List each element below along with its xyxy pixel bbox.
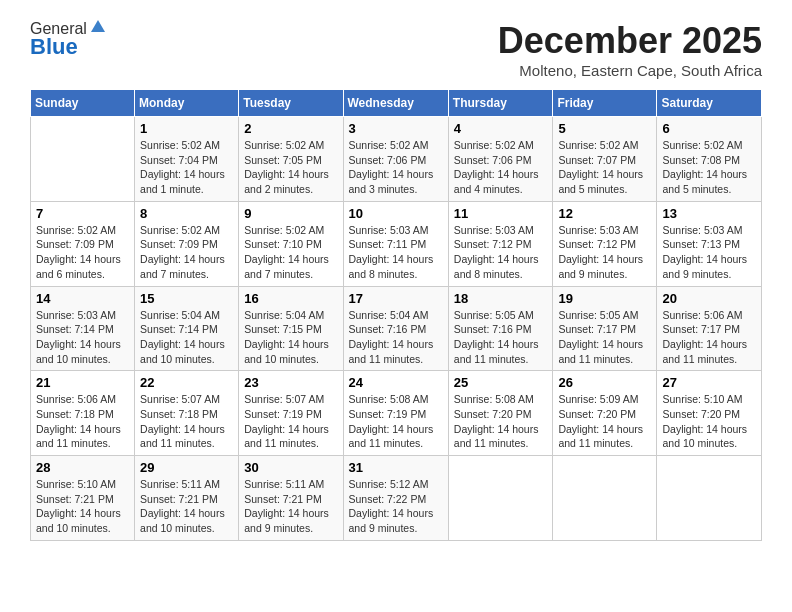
day-number: 10 — [349, 206, 443, 221]
cell-info: Sunrise: 5:04 AMSunset: 7:14 PMDaylight:… — [140, 309, 225, 365]
calendar-cell: 15 Sunrise: 5:04 AMSunset: 7:14 PMDaylig… — [135, 286, 239, 371]
calendar-cell: 2 Sunrise: 5:02 AMSunset: 7:05 PMDayligh… — [239, 117, 343, 202]
calendar-cell: 22 Sunrise: 5:07 AMSunset: 7:18 PMDaylig… — [135, 371, 239, 456]
cell-info: Sunrise: 5:02 AMSunset: 7:06 PMDaylight:… — [349, 139, 434, 195]
calendar-cell: 5 Sunrise: 5:02 AMSunset: 7:07 PMDayligh… — [553, 117, 657, 202]
cell-info: Sunrise: 5:03 AMSunset: 7:12 PMDaylight:… — [454, 224, 539, 280]
day-number: 25 — [454, 375, 548, 390]
cell-info: Sunrise: 5:02 AMSunset: 7:10 PMDaylight:… — [244, 224, 329, 280]
cell-info: Sunrise: 5:12 AMSunset: 7:22 PMDaylight:… — [349, 478, 434, 534]
calendar-cell: 24 Sunrise: 5:08 AMSunset: 7:19 PMDaylig… — [343, 371, 448, 456]
day-number: 6 — [662, 121, 756, 136]
cell-info: Sunrise: 5:09 AMSunset: 7:20 PMDaylight:… — [558, 393, 643, 449]
day-number: 22 — [140, 375, 233, 390]
cell-info: Sunrise: 5:11 AMSunset: 7:21 PMDaylight:… — [244, 478, 329, 534]
cell-info: Sunrise: 5:06 AMSunset: 7:18 PMDaylight:… — [36, 393, 121, 449]
calendar-cell: 21 Sunrise: 5:06 AMSunset: 7:18 PMDaylig… — [31, 371, 135, 456]
day-number: 26 — [558, 375, 651, 390]
calendar-cell — [448, 456, 553, 541]
calendar-cell: 13 Sunrise: 5:03 AMSunset: 7:13 PMDaylig… — [657, 201, 762, 286]
calendar-cell: 28 Sunrise: 5:10 AMSunset: 7:21 PMDaylig… — [31, 456, 135, 541]
day-number: 31 — [349, 460, 443, 475]
calendar-cell: 23 Sunrise: 5:07 AMSunset: 7:19 PMDaylig… — [239, 371, 343, 456]
location-subtitle: Molteno, Eastern Cape, South Africa — [498, 62, 762, 79]
calendar-cell: 4 Sunrise: 5:02 AMSunset: 7:06 PMDayligh… — [448, 117, 553, 202]
calendar-cell: 19 Sunrise: 5:05 AMSunset: 7:17 PMDaylig… — [553, 286, 657, 371]
day-number: 8 — [140, 206, 233, 221]
logo-icon — [89, 18, 107, 36]
col-tuesday: Tuesday — [239, 90, 343, 117]
day-number: 11 — [454, 206, 548, 221]
cell-info: Sunrise: 5:02 AMSunset: 7:09 PMDaylight:… — [140, 224, 225, 280]
title-block: December 2025 Molteno, Eastern Cape, Sou… — [498, 20, 762, 79]
logo: General Blue — [30, 20, 107, 60]
day-number: 28 — [36, 460, 129, 475]
cell-info: Sunrise: 5:05 AMSunset: 7:16 PMDaylight:… — [454, 309, 539, 365]
page-header: General Blue December 2025 Molteno, East… — [30, 20, 762, 79]
calendar-week-row: 7 Sunrise: 5:02 AMSunset: 7:09 PMDayligh… — [31, 201, 762, 286]
calendar-cell: 18 Sunrise: 5:05 AMSunset: 7:16 PMDaylig… — [448, 286, 553, 371]
month-title: December 2025 — [498, 20, 762, 62]
cell-info: Sunrise: 5:03 AMSunset: 7:14 PMDaylight:… — [36, 309, 121, 365]
calendar-cell: 30 Sunrise: 5:11 AMSunset: 7:21 PMDaylig… — [239, 456, 343, 541]
day-number: 29 — [140, 460, 233, 475]
calendar-cell: 3 Sunrise: 5:02 AMSunset: 7:06 PMDayligh… — [343, 117, 448, 202]
col-saturday: Saturday — [657, 90, 762, 117]
calendar-cell: 27 Sunrise: 5:10 AMSunset: 7:20 PMDaylig… — [657, 371, 762, 456]
day-number: 18 — [454, 291, 548, 306]
calendar-cell: 9 Sunrise: 5:02 AMSunset: 7:10 PMDayligh… — [239, 201, 343, 286]
calendar-cell: 10 Sunrise: 5:03 AMSunset: 7:11 PMDaylig… — [343, 201, 448, 286]
calendar-cell: 1 Sunrise: 5:02 AMSunset: 7:04 PMDayligh… — [135, 117, 239, 202]
calendar-cell: 29 Sunrise: 5:11 AMSunset: 7:21 PMDaylig… — [135, 456, 239, 541]
col-thursday: Thursday — [448, 90, 553, 117]
calendar-cell: 20 Sunrise: 5:06 AMSunset: 7:17 PMDaylig… — [657, 286, 762, 371]
day-number: 14 — [36, 291, 129, 306]
calendar-week-row: 28 Sunrise: 5:10 AMSunset: 7:21 PMDaylig… — [31, 456, 762, 541]
cell-info: Sunrise: 5:02 AMSunset: 7:08 PMDaylight:… — [662, 139, 747, 195]
calendar-cell: 14 Sunrise: 5:03 AMSunset: 7:14 PMDaylig… — [31, 286, 135, 371]
calendar-table: Sunday Monday Tuesday Wednesday Thursday… — [30, 89, 762, 541]
cell-info: Sunrise: 5:08 AMSunset: 7:19 PMDaylight:… — [349, 393, 434, 449]
cell-info: Sunrise: 5:08 AMSunset: 7:20 PMDaylight:… — [454, 393, 539, 449]
col-wednesday: Wednesday — [343, 90, 448, 117]
logo-blue-text: Blue — [30, 34, 78, 60]
day-number: 1 — [140, 121, 233, 136]
cell-info: Sunrise: 5:02 AMSunset: 7:09 PMDaylight:… — [36, 224, 121, 280]
calendar-cell: 11 Sunrise: 5:03 AMSunset: 7:12 PMDaylig… — [448, 201, 553, 286]
day-number: 13 — [662, 206, 756, 221]
calendar-cell: 12 Sunrise: 5:03 AMSunset: 7:12 PMDaylig… — [553, 201, 657, 286]
calendar-cell — [31, 117, 135, 202]
cell-info: Sunrise: 5:05 AMSunset: 7:17 PMDaylight:… — [558, 309, 643, 365]
svg-marker-0 — [91, 20, 105, 32]
day-number: 23 — [244, 375, 337, 390]
day-number: 30 — [244, 460, 337, 475]
cell-info: Sunrise: 5:04 AMSunset: 7:16 PMDaylight:… — [349, 309, 434, 365]
day-number: 9 — [244, 206, 337, 221]
cell-info: Sunrise: 5:02 AMSunset: 7:07 PMDaylight:… — [558, 139, 643, 195]
day-number: 5 — [558, 121, 651, 136]
calendar-cell: 6 Sunrise: 5:02 AMSunset: 7:08 PMDayligh… — [657, 117, 762, 202]
day-number: 24 — [349, 375, 443, 390]
col-monday: Monday — [135, 90, 239, 117]
calendar-cell: 16 Sunrise: 5:04 AMSunset: 7:15 PMDaylig… — [239, 286, 343, 371]
calendar-cell: 7 Sunrise: 5:02 AMSunset: 7:09 PMDayligh… — [31, 201, 135, 286]
col-sunday: Sunday — [31, 90, 135, 117]
day-number: 21 — [36, 375, 129, 390]
cell-info: Sunrise: 5:02 AMSunset: 7:06 PMDaylight:… — [454, 139, 539, 195]
calendar-week-row: 1 Sunrise: 5:02 AMSunset: 7:04 PMDayligh… — [31, 117, 762, 202]
day-number: 2 — [244, 121, 337, 136]
calendar-cell: 31 Sunrise: 5:12 AMSunset: 7:22 PMDaylig… — [343, 456, 448, 541]
day-number: 3 — [349, 121, 443, 136]
cell-info: Sunrise: 5:03 AMSunset: 7:13 PMDaylight:… — [662, 224, 747, 280]
cell-info: Sunrise: 5:03 AMSunset: 7:12 PMDaylight:… — [558, 224, 643, 280]
calendar-cell: 17 Sunrise: 5:04 AMSunset: 7:16 PMDaylig… — [343, 286, 448, 371]
cell-info: Sunrise: 5:07 AMSunset: 7:18 PMDaylight:… — [140, 393, 225, 449]
cell-info: Sunrise: 5:02 AMSunset: 7:05 PMDaylight:… — [244, 139, 329, 195]
day-number: 19 — [558, 291, 651, 306]
day-number: 20 — [662, 291, 756, 306]
cell-info: Sunrise: 5:10 AMSunset: 7:20 PMDaylight:… — [662, 393, 747, 449]
day-number: 4 — [454, 121, 548, 136]
calendar-cell: 8 Sunrise: 5:02 AMSunset: 7:09 PMDayligh… — [135, 201, 239, 286]
calendar-week-row: 21 Sunrise: 5:06 AMSunset: 7:18 PMDaylig… — [31, 371, 762, 456]
day-number: 7 — [36, 206, 129, 221]
